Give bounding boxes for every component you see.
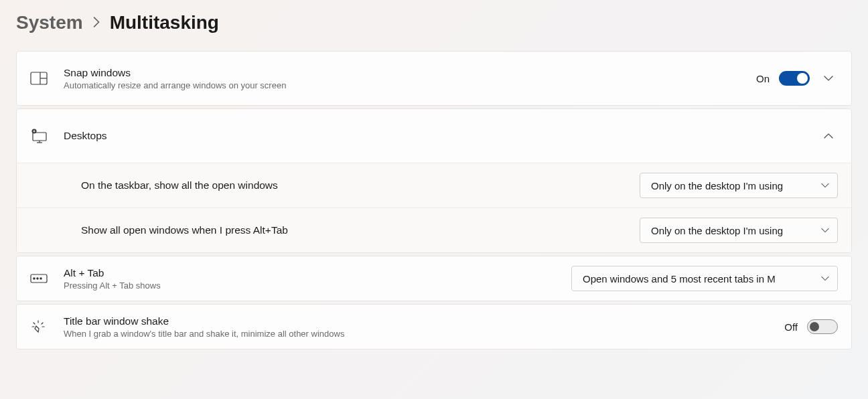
chevron-down-icon[interactable] [819, 75, 838, 82]
desktops-taskbar-dropdown[interactable]: Only on the desktop I'm using [640, 173, 838, 198]
snap-windows-row[interactable]: Snap windows Automatically resize and ar… [17, 52, 851, 105]
shake-icon [30, 319, 64, 335]
desktops-taskbar-label: On the taskbar, show all the open window… [81, 179, 628, 191]
breadcrumb: System Multitasking [16, 12, 852, 33]
snap-windows-card: Snap windows Automatically resize and ar… [16, 51, 852, 106]
shake-row: Title bar window shake When I grab a win… [17, 305, 851, 349]
svg-point-12 [40, 278, 42, 279]
snap-toggle-label: On [756, 73, 770, 84]
snap-title: Snap windows [64, 67, 744, 79]
svg-rect-3 [33, 133, 46, 141]
desktops-alttab-row: Show all open windows when I press Alt+T… [17, 208, 851, 252]
snap-desc: Automatically resize and arrange windows… [64, 80, 744, 90]
chevron-down-icon [821, 226, 829, 235]
desktops-icon [30, 129, 64, 143]
snap-toggle[interactable] [779, 71, 810, 86]
chevron-up-icon[interactable] [819, 133, 838, 139]
desktops-alttab-dropdown[interactable]: Only on the desktop I'm using [640, 218, 838, 243]
chevron-down-icon [821, 274, 829, 283]
desktops-title: Desktops [64, 130, 807, 142]
alttab-title: Alt + Tab [64, 267, 559, 279]
alttab-desc: Pressing Alt + Tab shows [64, 281, 559, 291]
alttab-row: Alt + Tab Pressing Alt + Tab shows Open … [17, 256, 851, 301]
snap-layout-icon [30, 72, 64, 85]
desktops-alttab-label: Show all open windows when I press Alt+T… [81, 224, 628, 236]
breadcrumb-parent[interactable]: System [16, 12, 83, 33]
shake-toggle-label: Off [784, 321, 798, 333]
desktops-row[interactable]: Desktops [17, 109, 851, 163]
alttab-icon [30, 274, 64, 283]
desktops-taskbar-row: On the taskbar, show all the open window… [17, 163, 851, 208]
shake-toggle[interactable] [807, 319, 838, 334]
shake-title: Title bar window shake [64, 315, 772, 327]
svg-point-10 [33, 278, 35, 279]
dropdown-value: Only on the desktop I'm using [651, 225, 783, 236]
desktops-card: Desktops On the taskbar, show all the op… [16, 108, 852, 253]
breadcrumb-current: Multitasking [110, 12, 219, 33]
svg-point-11 [37, 278, 38, 279]
shake-card: Title bar window shake When I grab a win… [16, 304, 852, 349]
dropdown-value: Open windows and 5 most recent tabs in M [583, 273, 776, 285]
alttab-card: Alt + Tab Pressing Alt + Tab shows Open … [16, 256, 852, 301]
dropdown-value: Only on the desktop I'm using [651, 180, 783, 191]
chevron-down-icon [821, 181, 829, 190]
chevron-right-icon [92, 15, 100, 31]
shake-desc: When I grab a window's title bar and sha… [64, 329, 772, 339]
alttab-dropdown[interactable]: Open windows and 5 most recent tabs in M [571, 266, 838, 291]
